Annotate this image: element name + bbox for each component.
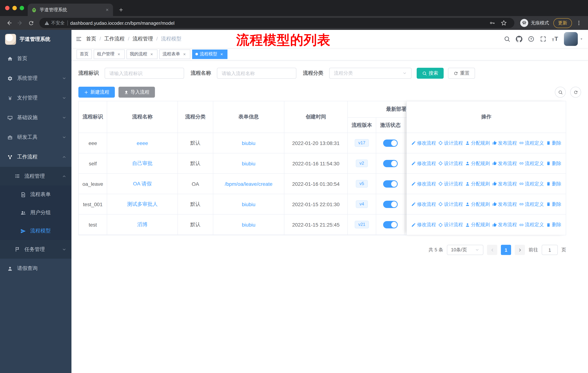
close-window-button[interactable] xyxy=(5,6,10,10)
create-process-button[interactable]: 新建流程 xyxy=(78,87,115,98)
form-link[interactable]: biubiu xyxy=(242,201,256,207)
sidebar-item-process-form[interactable]: 流程表单 xyxy=(0,185,72,204)
version-badge[interactable]: v17 xyxy=(355,139,369,147)
action-definition[interactable]: 流程定义 xyxy=(519,181,544,187)
version-badge[interactable]: v5 xyxy=(356,180,368,188)
close-icon[interactable] xyxy=(149,51,154,57)
user-avatar[interactable] xyxy=(564,32,578,46)
reset-button[interactable]: 重置 xyxy=(448,68,475,79)
goto-page-input[interactable] xyxy=(542,245,558,255)
action-publish[interactable]: 发布流程 xyxy=(492,160,517,167)
new-tab-button[interactable] xyxy=(116,5,126,15)
back-button[interactable] xyxy=(4,18,15,28)
model-name-link[interactable]: 自己审批 xyxy=(132,160,153,167)
filter-name-input[interactable] xyxy=(217,68,296,79)
form-link[interactable]: biubiu xyxy=(242,161,256,166)
address-bar[interactable]: 不安全 dashboard.yudao.iocoder.cn/bpm/manag… xyxy=(39,18,514,28)
action-delete[interactable]: 删除 xyxy=(546,201,561,207)
close-icon[interactable] xyxy=(116,51,121,57)
fullscreen-icon[interactable] xyxy=(537,30,549,48)
close-icon[interactable] xyxy=(219,51,224,57)
form-link[interactable]: biubiu xyxy=(242,140,256,146)
sidebar-item-system[interactable]: 系统管理 xyxy=(0,69,72,88)
tag-my-process[interactable]: 我的流程 xyxy=(126,49,158,59)
minimize-window-button[interactable] xyxy=(12,6,17,10)
model-name-link[interactable]: OA 请假 xyxy=(133,181,152,187)
current-page[interactable]: 1 xyxy=(501,245,511,255)
model-name-link[interactable]: eeee xyxy=(137,140,148,146)
filter-key-input[interactable] xyxy=(105,68,184,79)
close-icon[interactable] xyxy=(182,51,187,57)
version-badge[interactable]: v2 xyxy=(356,160,368,167)
action-assign[interactable]: 分配规则 xyxy=(465,140,490,146)
page-size-select[interactable]: 10条/页 xyxy=(447,245,483,255)
action-design[interactable]: 设计流程 xyxy=(438,140,463,146)
tag-process-form[interactable]: 流程表单 xyxy=(159,49,190,59)
update-button[interactable]: 更新 xyxy=(553,18,572,28)
action-assign[interactable]: 分配规则 xyxy=(465,201,490,207)
action-delete[interactable]: 删除 xyxy=(546,140,561,146)
import-process-button[interactable]: 导入流程 xyxy=(118,87,155,98)
sidebar-item-infra[interactable]: 基础设施 xyxy=(0,108,72,128)
action-publish[interactable]: 发布流程 xyxy=(492,222,517,228)
search-icon[interactable] xyxy=(501,30,513,48)
version-badge[interactable]: v4 xyxy=(356,201,368,208)
action-edit[interactable]: 修改流程 xyxy=(411,201,436,207)
breadcrumb-home[interactable]: 首页 xyxy=(86,36,96,42)
browser-tab[interactable]: 芋道管理系统 xyxy=(28,4,113,16)
model-name-link[interactable]: 滔博 xyxy=(137,221,147,228)
action-definition[interactable]: 流程定义 xyxy=(519,160,544,167)
tab-close-icon[interactable] xyxy=(104,7,110,13)
sidebar-item-home[interactable]: 首页 xyxy=(0,49,72,69)
action-publish[interactable]: 发布流程 xyxy=(492,140,517,146)
active-toggle[interactable] xyxy=(383,201,398,208)
action-edit[interactable]: 修改流程 xyxy=(411,140,436,146)
active-toggle[interactable] xyxy=(383,180,398,187)
search-button[interactable]: 搜索 xyxy=(417,68,444,79)
action-design[interactable]: 设计流程 xyxy=(438,181,463,187)
active-toggle[interactable] xyxy=(383,221,398,228)
bookmark-star-icon[interactable] xyxy=(498,18,509,28)
reload-button[interactable] xyxy=(26,18,36,28)
action-design[interactable]: 设计流程 xyxy=(438,160,463,167)
tag-tenant[interactable]: 租户管理 xyxy=(94,49,125,59)
password-key-icon[interactable] xyxy=(487,18,498,28)
action-definition[interactable]: 流程定义 xyxy=(519,201,544,207)
font-size-icon[interactable]: TT xyxy=(549,30,561,48)
forward-button[interactable] xyxy=(15,18,26,28)
sidebar-item-leave-query[interactable]: 请假查询 xyxy=(0,259,72,278)
caret-down-icon[interactable] xyxy=(579,37,584,41)
breadcrumb-workflow[interactable]: 工作流程 xyxy=(96,36,125,42)
sidebar-item-dev[interactable]: 研发工具 xyxy=(0,128,72,147)
action-delete[interactable]: 删除 xyxy=(546,160,561,167)
action-definition[interactable]: 流程定义 xyxy=(519,140,544,146)
sidebar-item-process-mgmt[interactable]: 流程管理 xyxy=(0,167,72,185)
toggle-search-button[interactable] xyxy=(555,87,566,98)
action-assign[interactable]: 分配规则 xyxy=(465,160,490,167)
action-assign[interactable]: 分配规则 xyxy=(465,181,490,187)
action-design[interactable]: 设计流程 xyxy=(438,222,463,228)
github-icon[interactable] xyxy=(513,30,525,48)
action-publish[interactable]: 发布流程 xyxy=(492,201,517,207)
form-link[interactable]: biubiu xyxy=(242,222,256,227)
form-link[interactable]: /bpm/oa/leave/create xyxy=(225,181,273,187)
refresh-table-button[interactable] xyxy=(570,87,581,98)
model-name-link[interactable]: 测试多审批人 xyxy=(127,201,158,207)
action-edit[interactable]: 修改流程 xyxy=(411,181,436,187)
sidebar-item-task-mgmt[interactable]: 任务管理 xyxy=(0,240,72,259)
sidebar-logo[interactable]: 芋道管理系统 xyxy=(0,30,72,49)
next-page-button[interactable] xyxy=(515,245,525,255)
browser-menu-icon[interactable] xyxy=(573,18,584,28)
action-delete[interactable]: 删除 xyxy=(546,222,561,228)
prev-page-button[interactable] xyxy=(487,245,497,255)
tag-process-model[interactable]: 流程模型 xyxy=(192,49,228,59)
hamburger-icon[interactable] xyxy=(72,30,86,48)
action-edit[interactable]: 修改流程 xyxy=(411,222,436,228)
sidebar-item-workflow[interactable]: 工作流程 xyxy=(0,147,72,167)
active-toggle[interactable] xyxy=(383,160,398,167)
action-edit[interactable]: 修改流程 xyxy=(411,160,436,167)
active-toggle[interactable] xyxy=(383,139,398,147)
action-assign[interactable]: 分配规则 xyxy=(465,222,490,228)
action-delete[interactable]: 删除 xyxy=(546,181,561,187)
breadcrumb-process-mgmt[interactable]: 流程管理 xyxy=(125,36,153,42)
